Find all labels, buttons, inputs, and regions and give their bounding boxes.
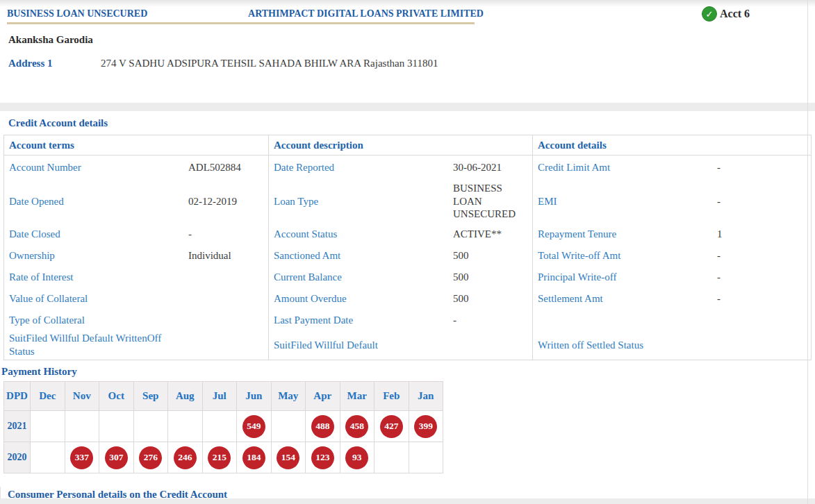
dpd-cell: 549 (237, 411, 272, 442)
credit-account-title: Credit Account details (0, 111, 815, 135)
field-value: 02-12-2019 (188, 195, 266, 208)
field-label: Repayment Tenure (538, 228, 717, 241)
field-written-off-settled-status: Written off Settled Status (532, 330, 811, 360)
field-label: Ownership (9, 249, 188, 262)
field-repayment-tenure: Repayment Tenure 1 (532, 224, 811, 245)
dpd-value-pill: 93 (345, 446, 368, 469)
dpd-cell (374, 442, 409, 473)
column-header-account-terms: Account terms (4, 135, 268, 156)
dpd-value-pill: 276 (139, 446, 162, 469)
dpd-cell: 184 (237, 442, 272, 473)
month-header-jun: Jun (237, 382, 272, 411)
account-badge[interactable]: ✓ Acct 6 (702, 6, 750, 22)
month-header-sep: Sep (134, 382, 169, 411)
dpd-cell: 246 (168, 442, 203, 473)
loan-type-title: BUSINESS LOAN UNSECURED (7, 8, 147, 19)
field-value: - (453, 314, 531, 327)
dpd-value-pill: 458 (345, 415, 368, 438)
address-value: 274 V SADHU ADSIPURA TEHSIL SAHADA BHILW… (101, 58, 438, 69)
field-value: Individual (188, 249, 266, 262)
dpd-cell (134, 411, 169, 442)
field-loan-type: Loan Type BUSINESS LOAN UNSECURED (268, 179, 532, 224)
month-header-nov: Nov (65, 382, 100, 411)
field-date-opened: Date Opened 02-12-2019 (4, 179, 268, 224)
dpd-value-pill: 399 (414, 415, 437, 438)
field-value: ADL502884 (188, 161, 266, 174)
field-value: 500 (453, 249, 531, 262)
dpd-cell (99, 411, 134, 442)
account-badge-label: Acct 6 (720, 8, 750, 20)
field-label: Account Number (9, 161, 188, 174)
field-principal-write-off: Principal Write-off - (532, 267, 811, 288)
dpd-cell (272, 411, 306, 442)
dpd-cell (203, 411, 238, 442)
dpd-cell: 123 (306, 442, 340, 473)
dpd-value-pill: 549 (242, 415, 265, 438)
field-type-of-collateral: Type of Collateral (4, 310, 268, 330)
year-label-2021: 2021 (4, 411, 31, 442)
field-credit-limit-amt: Credit Limit Amt - (532, 156, 811, 179)
month-header-apr: Apr (306, 382, 340, 411)
field-suitfiled-writtenoff-status: SuitFiled Willful Default WrittenOff Sta… (4, 330, 268, 360)
dpd-cell: 307 (99, 442, 134, 473)
field-date-closed: Date Closed - (4, 224, 268, 245)
field-value: - (717, 292, 795, 305)
dpd-cell (31, 411, 65, 442)
field-label: EMI (538, 195, 717, 208)
field-label: Amount Overdue (274, 292, 453, 305)
dpd-cell: 154 (272, 442, 306, 473)
dpd-cell: 93 (340, 442, 375, 473)
column-header-account-details: Account details (532, 135, 811, 156)
year-label-2020: 2020 (4, 442, 31, 473)
dpd-value-pill: 215 (208, 446, 231, 469)
top-strip (0, 0, 815, 6)
field-label: Loan Type (274, 195, 453, 208)
field-value: - (717, 249, 795, 262)
field-value: 500 (453, 292, 531, 305)
field-account-number: Account Number ADL502884 (4, 156, 268, 179)
credit-account-table: Account terms Account description Accoun… (3, 135, 812, 360)
field-label: Settlement Amt (538, 292, 717, 305)
dpd-value-pill: 427 (380, 415, 403, 438)
field-label: Date Opened (9, 195, 188, 208)
consumer-name: Akanksha Garodia (8, 34, 815, 46)
field-label: Date Closed (9, 228, 188, 241)
column-header-account-description: Account description (268, 135, 532, 156)
field-account-status: Account Status ACTIVE** (268, 224, 532, 245)
address-label: Address 1 (8, 58, 101, 69)
dpd-value-pill: 307 (105, 446, 128, 469)
field-value: 30-06-2021 (453, 161, 531, 174)
credit-report-page: ARTHIMPACT DIGITAL LOANS PRIVATE LIMITED… (0, 0, 815, 504)
field-date-reported: Date Reported 30-06-2021 (268, 156, 532, 179)
dpd-column-header: DPD (4, 382, 31, 411)
field-label: Principal Write-off (538, 271, 717, 284)
field-value: - (717, 271, 795, 284)
payment-history-table: DPD Dec Nov Oct Sep Aug Jul Jun May Apr … (3, 381, 443, 473)
bottom-strip (0, 498, 815, 504)
field-value: BUSINESS LOAN UNSECURED (453, 182, 531, 221)
month-header-feb: Feb (374, 382, 409, 411)
field-value: - (717, 161, 795, 174)
dpd-value-pill: 337 (70, 446, 93, 469)
month-header-oct: Oct (99, 382, 134, 411)
field-label: Written off Settled Status (538, 339, 717, 352)
consumer-box: Akanksha Garodia Address 1 274 V SADHU A… (0, 24, 815, 103)
field-empty (532, 310, 811, 330)
field-total-write-off-amt: Total Write-off Amt - (532, 245, 811, 267)
field-label: Current Balance (274, 271, 453, 284)
dpd-cell: 215 (203, 442, 238, 473)
field-sanctioned-amt: Sanctioned Amt 500 (268, 245, 532, 267)
field-value: - (717, 195, 795, 208)
month-header-may: May (272, 382, 306, 411)
page-right-edge (807, 0, 808, 504)
month-header-jul: Jul (203, 382, 238, 411)
field-label: Date Reported (274, 161, 453, 174)
field-emi: EMI - (532, 179, 811, 224)
field-label: SuitFiled Willful Default WrittenOff Sta… (9, 332, 188, 358)
field-last-payment-date: Last Payment Date - (268, 310, 532, 330)
field-label: Credit Limit Amt (538, 161, 717, 174)
field-label: Last Payment Date (274, 314, 453, 327)
month-header-mar: Mar (340, 382, 375, 411)
field-value: ACTIVE** (453, 228, 531, 241)
field-label: Sanctioned Amt (274, 249, 453, 262)
